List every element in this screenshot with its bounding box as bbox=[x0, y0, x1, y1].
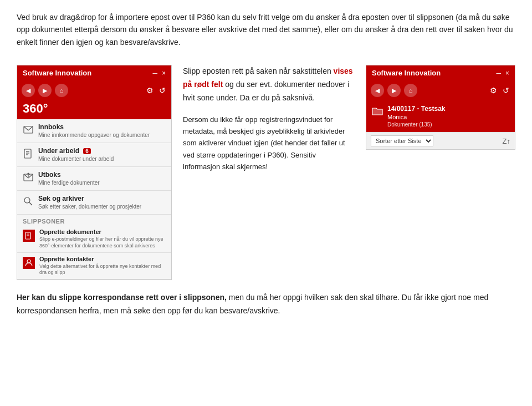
left-nav-forward-button[interactable]: ▶ bbox=[38, 84, 52, 97]
sok-icon bbox=[23, 196, 34, 207]
under-arbeid-text: Under arbeid 6 Mine dokumenter under arb… bbox=[38, 147, 114, 163]
right-nav-back-button[interactable]: ◀ bbox=[371, 84, 384, 97]
left-nav-home-button[interactable]: ⌂ bbox=[55, 84, 68, 97]
left-nav-back-button[interactable]: ◀ bbox=[22, 84, 35, 97]
innboks-subtitle: Mine innkommende oppgaver og dokumenter bbox=[38, 131, 150, 139]
right-nav-forward-button[interactable]: ▶ bbox=[387, 84, 401, 97]
slipp-item-dokumenter[interactable]: Opprette dokumenter Slipp e-postmeldinge… bbox=[17, 226, 171, 252]
slipp-item-kontakter[interactable]: Opprette kontakter Velg dette alternativ… bbox=[17, 253, 171, 280]
left-nav-settings-icon[interactable]: ⚙ bbox=[145, 85, 155, 96]
right-panel-header: Software Innovation ─ × bbox=[366, 65, 515, 80]
right-nav-right-icons: ⚙ ↺ bbox=[489, 85, 510, 96]
sorter-select[interactable]: Sorter etter SisteSorter etter DatoSorte… bbox=[371, 135, 433, 146]
under-arbeid-icon bbox=[23, 148, 34, 159]
svg-rect-1 bbox=[24, 149, 31, 158]
sorter-row: Sorter etter SisteSorter etter DatoSorte… bbox=[366, 132, 515, 149]
case-name: Monica bbox=[387, 114, 446, 120]
left-panel-header: Software Innovation ─ × bbox=[17, 65, 171, 80]
sok-title: Søk og arkiver bbox=[38, 195, 141, 202]
svg-point-12 bbox=[27, 260, 30, 263]
middle-section: Slipp eposten rett på saken når sakstitt… bbox=[183, 65, 355, 173]
menu-item-under-arbeid[interactable]: Under arbeid 6 Mine dokumenter under arb… bbox=[17, 143, 171, 167]
utboks-title: Utboks bbox=[38, 171, 100, 179]
slipp-kontakter-subtitle: Velg dette alternativet for å opprette n… bbox=[39, 263, 166, 276]
slipp-dokumenter-icon bbox=[23, 230, 35, 242]
slipp-section-header: Slippsoner bbox=[17, 215, 171, 226]
doc-count: Dokumenter (135) bbox=[387, 121, 446, 128]
slipp-kontakter-title: Opprette kontakter bbox=[39, 256, 166, 262]
slipp-dokumenter-text: Opprette dokumenter Slipp e-postmeldinge… bbox=[39, 229, 166, 249]
case-info: 14/00117 - Testsak Monica Dokumenter (13… bbox=[387, 105, 446, 128]
slipp-kontakter-icon bbox=[23, 257, 35, 269]
sok-subtitle: Søk etter saker, dokumenter og prosjekte… bbox=[38, 203, 141, 210]
right-nav-home-button[interactable]: ⌂ bbox=[404, 84, 417, 97]
slipp-dokumenter-title: Opprette dokumenter bbox=[39, 229, 166, 235]
right-nav-settings-icon[interactable]: ⚙ bbox=[489, 85, 498, 96]
left-panel-controls: ─ × bbox=[152, 69, 166, 77]
left-panel-title: Software Innovation bbox=[23, 69, 91, 77]
case-folder-icon bbox=[372, 106, 383, 118]
utboks-subtitle: Mine ferdige dokumenter bbox=[38, 179, 100, 186]
menu-item-sok[interactable]: Søk og arkiver Søk etter saker, dokument… bbox=[17, 191, 171, 215]
innboks-icon bbox=[23, 124, 34, 135]
bottom-strong: Her kan du slippe korrespondanse rett ov… bbox=[17, 293, 227, 302]
right-panel-minimize-icon[interactable]: ─ bbox=[496, 69, 501, 77]
left-nav-right-icons: ⚙ ↺ bbox=[145, 85, 167, 96]
under-arbeid-badge: 6 bbox=[83, 148, 91, 154]
slipp-dokumenter-subtitle: Slipp e-postmeldinger og filer her når d… bbox=[39, 236, 166, 249]
menu-item-innboks[interactable]: Innboks Mine innkommende oppgaver og dok… bbox=[17, 119, 171, 143]
right-nav-refresh-icon[interactable]: ↺ bbox=[502, 85, 510, 96]
right-p360-panel: Software Innovation ─ × ◀ ▶ ⌂ ⚙ ↺ bbox=[366, 65, 515, 150]
innboks-title: Innboks bbox=[38, 123, 150, 131]
under-arbeid-title: Under arbeid 6 bbox=[38, 147, 114, 155]
right-case-item[interactable]: 14/00117 - Testsak Monica Dokumenter (13… bbox=[366, 100, 515, 132]
bottom-section: Her kan du slippe korrespondanse rett ov… bbox=[17, 291, 515, 318]
sorter-az-button[interactable]: Z↑ bbox=[503, 137, 510, 145]
menu-item-utboks[interactable]: Utboks Mine ferdige dokumenter bbox=[17, 167, 171, 191]
metadata-warning: Dersom du ikke får opp registreringsvind… bbox=[183, 114, 355, 173]
drop-instruction: Slipp eposten rett på saken når sakstitt… bbox=[183, 65, 355, 104]
intro-paragraph: Ved bruk av drag&drop for å importere ep… bbox=[17, 11, 515, 48]
main-content-area: Software Innovation ─ × ◀ ▶ ⌂ ⚙ ↺ 360° bbox=[17, 65, 515, 280]
case-number: 14/00117 - Testsak bbox=[387, 105, 446, 113]
left-panel-close-icon[interactable]: × bbox=[162, 69, 166, 77]
right-panel-nav: ◀ ▶ ⌂ ⚙ ↺ bbox=[366, 80, 515, 100]
svg-point-7 bbox=[24, 197, 30, 203]
left-panel-brand: 360° bbox=[17, 100, 171, 119]
right-panel-title: Software Innovation bbox=[372, 69, 441, 77]
left-panel-minimize-icon[interactable]: ─ bbox=[152, 69, 157, 77]
slipp-kontakter-text: Opprette kontakter Velg dette alternativ… bbox=[39, 256, 166, 276]
right-panel-controls: ─ × bbox=[496, 69, 509, 77]
innboks-text: Innboks Mine innkommende oppgaver og dok… bbox=[38, 123, 150, 139]
under-arbeid-subtitle: Mine dokumenter under arbeid bbox=[38, 155, 114, 163]
utboks-icon bbox=[23, 172, 34, 183]
left-nav-refresh-icon[interactable]: ↺ bbox=[158, 85, 167, 96]
left-p360-panel: Software Innovation ─ × ◀ ▶ ⌂ ⚙ ↺ 360° bbox=[17, 65, 172, 280]
left-panel-nav: ◀ ▶ ⌂ ⚙ ↺ bbox=[17, 80, 171, 100]
left-panel-menu: Innboks Mine innkommende oppgaver og dok… bbox=[17, 119, 171, 280]
sok-text: Søk og arkiver Søk etter saker, dokument… bbox=[38, 195, 141, 210]
right-panel-close-icon[interactable]: × bbox=[505, 69, 509, 77]
svg-line-8 bbox=[29, 202, 32, 205]
utboks-text: Utboks Mine ferdige dokumenter bbox=[38, 171, 100, 186]
